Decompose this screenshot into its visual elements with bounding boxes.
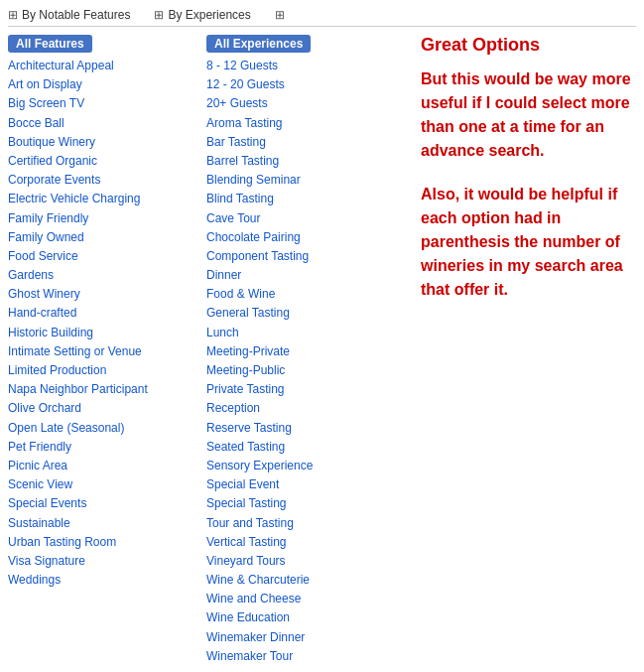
experience-item[interactable]: Meeting-Public: [206, 361, 397, 380]
experiences-header-button[interactable]: All Experiences: [206, 35, 311, 53]
feature-item[interactable]: Pet Friendly: [8, 438, 198, 457]
experience-item[interactable]: Meeting-Private: [206, 342, 397, 361]
experience-item[interactable]: Seated Tasting: [206, 438, 397, 457]
experience-item[interactable]: Sensory Experience: [206, 457, 397, 475]
feature-item[interactable]: Electric Vehicle Charging: [8, 190, 198, 208]
experiences-column: All Experiences 8 - 12 Guests12 - 20 Gue…: [206, 35, 405, 666]
experience-item[interactable]: Winemaker Tour: [206, 647, 397, 666]
feature-item[interactable]: Sustainable: [8, 514, 198, 533]
top-bar: ⊞ By Notable Features ⊞ By Experiences ⊞: [8, 8, 636, 27]
experience-item[interactable]: Winemaker Dinner: [206, 628, 397, 647]
comment-body1: But this would be way more useful if I c…: [421, 67, 636, 163]
experience-item[interactable]: Private Tasting: [206, 380, 397, 399]
experience-item[interactable]: General Tasting: [206, 304, 397, 323]
features-sort-icon[interactable]: ⊞: [8, 8, 18, 22]
experience-item[interactable]: Lunch: [206, 324, 397, 342]
feature-item[interactable]: Boutique Winery: [8, 133, 198, 152]
feature-item[interactable]: Limited Production: [8, 361, 198, 380]
feature-item[interactable]: Olive Orchard: [8, 399, 198, 418]
feature-item[interactable]: Gardens: [8, 266, 198, 285]
features-section-label: By Notable Features: [22, 8, 130, 22]
comment-title: Great Options: [421, 35, 636, 56]
experience-item[interactable]: Special Tasting: [206, 494, 397, 513]
experience-item[interactable]: 12 - 20 Guests: [206, 75, 397, 94]
experience-item[interactable]: Component Tasting: [206, 247, 397, 266]
feature-item[interactable]: Bocce Ball: [8, 114, 198, 133]
experience-item[interactable]: Dinner: [206, 266, 397, 285]
experience-item[interactable]: Reserve Tasting: [206, 419, 397, 438]
feature-item[interactable]: Visa Signature: [8, 552, 198, 571]
experience-item[interactable]: Wine and Cheese: [206, 590, 397, 608]
experience-item[interactable]: Special Event: [206, 475, 397, 494]
top-bar-section-experiences: ⊞ By Experiences: [154, 8, 250, 22]
experience-item[interactable]: Food & Wine: [206, 285, 397, 304]
feature-item[interactable]: Corporate Events: [8, 171, 198, 190]
feature-item[interactable]: Big Screen TV: [8, 94, 198, 113]
experience-item[interactable]: Reception: [206, 399, 397, 418]
experience-item[interactable]: Blending Seminar: [206, 171, 397, 190]
feature-item[interactable]: Family Owned: [8, 228, 198, 247]
experiences-section-label: By Experiences: [168, 8, 250, 22]
experience-item[interactable]: 20+ Guests: [206, 94, 397, 113]
feature-item[interactable]: Certified Organic: [8, 152, 198, 171]
experience-item[interactable]: Tour and Tasting: [206, 514, 397, 533]
feature-item[interactable]: Picnic Area: [8, 457, 198, 475]
feature-item[interactable]: Architectural Appeal: [8, 57, 198, 75]
feature-item[interactable]: Art on Display: [8, 75, 198, 94]
feature-item[interactable]: Intimate Setting or Venue: [8, 342, 198, 361]
experience-item[interactable]: Cave Tour: [206, 209, 397, 228]
feature-item[interactable]: Special Events: [8, 494, 198, 513]
features-list: Architectural AppealArt on DisplayBig Sc…: [8, 57, 198, 590]
top-bar-section-extra: ⊞: [275, 8, 285, 22]
experience-item[interactable]: Vertical Tasting: [206, 533, 397, 552]
feature-item[interactable]: Historic Building: [8, 324, 198, 342]
feature-item[interactable]: Ghost Winery: [8, 285, 198, 304]
experience-item[interactable]: Aroma Tasting: [206, 114, 397, 133]
feature-item[interactable]: Hand-crafted: [8, 304, 198, 323]
feature-item[interactable]: Scenic View: [8, 475, 198, 494]
experiences-sort-icon[interactable]: ⊞: [154, 8, 164, 22]
experiences-list: 8 - 12 Guests12 - 20 Guests20+ GuestsAro…: [206, 57, 397, 666]
feature-item[interactable]: Urban Tasting Room: [8, 533, 198, 552]
experience-item[interactable]: Wine Education: [206, 608, 397, 627]
experience-item[interactable]: Vineyard Tours: [206, 552, 397, 571]
experience-item[interactable]: Chocolate Pairing: [206, 228, 397, 247]
feature-item[interactable]: Family Friendly: [8, 209, 198, 228]
experience-item[interactable]: Blind Tasting: [206, 190, 397, 208]
feature-item[interactable]: Food Service: [8, 247, 198, 266]
experience-item[interactable]: 8 - 12 Guests: [206, 57, 397, 75]
experience-item[interactable]: Barrel Tasting: [206, 152, 397, 171]
features-header-button[interactable]: All Features: [8, 35, 92, 53]
comment-body2: Also, it would be helpful if each option…: [421, 183, 636, 302]
experience-item[interactable]: Bar Tasting: [206, 133, 397, 152]
features-column: All Features Architectural AppealArt on …: [8, 35, 206, 666]
feature-item[interactable]: Weddings: [8, 571, 198, 590]
comment-column: Great Options But this would be way more…: [405, 35, 636, 666]
extra-icon[interactable]: ⊞: [275, 8, 285, 22]
feature-item[interactable]: Napa Neighbor Participant: [8, 380, 198, 399]
feature-item[interactable]: Open Late (Seasonal): [8, 419, 198, 438]
top-bar-section-features: ⊞ By Notable Features: [8, 8, 130, 22]
experience-item[interactable]: Wine & Charcuterie: [206, 571, 397, 590]
